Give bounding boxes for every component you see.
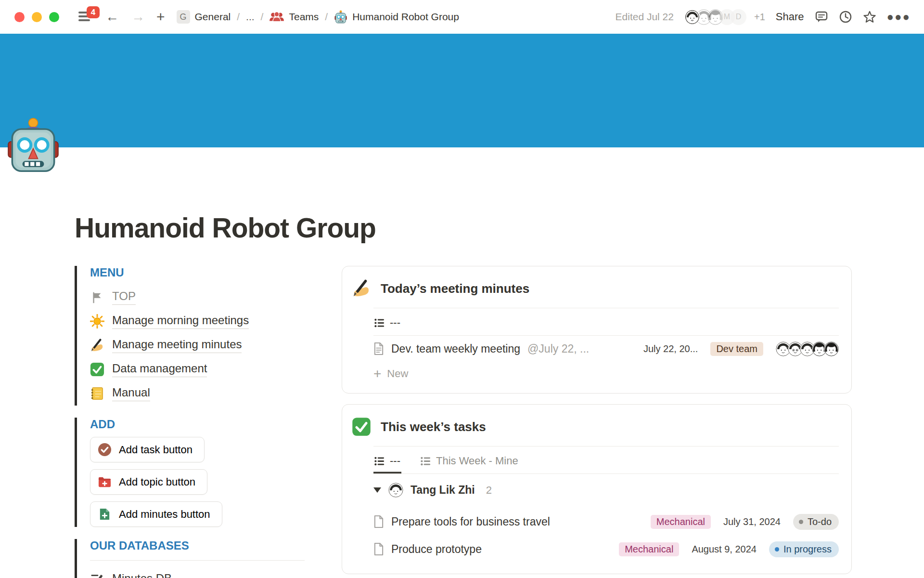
new-meeting-button[interactable]: + New [373,362,839,382]
view-tab-active[interactable]: --- [373,447,401,473]
list-view-icon [374,318,385,328]
view-tab-label: --- [390,316,400,329]
menu-link-label: Data management [112,362,207,377]
menu-link-meeting-minutes[interactable]: Manage meeting minutes [90,333,305,357]
breadcrumb-separator: / [235,11,241,23]
left-column: MENU TOP [75,266,305,578]
view-tab[interactable]: --- [373,308,401,335]
zoom-window-button[interactable] [49,12,59,22]
menu-link-morning-meetings[interactable]: Manage morning meetings [90,309,305,333]
status-dot-icon [799,520,803,524]
task-title[interactable]: Prepare tools for business travel [391,515,550,528]
breadcrumb-separator: / [323,11,329,23]
add-task-button[interactable]: Add task button [90,437,205,462]
task-title[interactable]: Produce prototype [391,543,482,556]
menu-link-label: TOP [112,289,136,305]
menu-link-label: Manual [112,386,150,401]
new-tab-button[interactable]: + [156,9,165,25]
list-view-icon [421,456,431,466]
minutes-file-icon [98,507,112,521]
databases-heading: OUR DATABASES [90,539,305,552]
menu-link-data-management[interactable]: Data management [90,357,305,381]
add-heading: ADD [90,418,305,431]
breadcrumb-workspace[interactable]: General [195,11,231,23]
breadcrumb-teams[interactable]: Teams [289,11,319,23]
group-count: 2 [486,484,492,497]
meeting-row[interactable]: Dev. team weekly meeting @July 22, ... J… [373,336,839,362]
workspace-icon[interactable]: G [177,10,190,24]
status-badge[interactable]: To-do [793,514,839,530]
view-tab-this-week-mine[interactable]: This Week - Mine [420,447,519,473]
avatar-letter[interactable]: D [731,9,746,25]
databases-section: OUR DATABASES Minutes DB [75,539,305,578]
page-content: Humanoid Robot Group MENU TOP [0,147,924,578]
robot-page-icon[interactable] [5,117,62,173]
viewer-avatars: M D [684,9,746,25]
green-check-icon [90,362,104,377]
view-tab-label: --- [390,455,400,467]
task-row[interactable]: Prepare tools for business travel Mechan… [373,508,839,536]
page-cover[interactable] [0,34,924,147]
back-button[interactable]: ← [105,10,119,24]
avatar[interactable] [824,342,839,356]
category-tag[interactable]: Mechanical [651,515,711,529]
sun-icon [90,314,104,328]
comments-icon[interactable] [815,10,828,24]
status-dot-icon [775,547,779,552]
task-row[interactable]: Produce prototype Mechanical August 9, 2… [373,536,839,563]
collapse-triangle-icon[interactable] [373,487,381,493]
group-header[interactable]: Tang Lik Zhi 2 [373,474,839,501]
view-tab-label: This Week - Mine [436,455,518,467]
ledger-icon [90,386,104,401]
updates-clock-icon[interactable] [839,10,852,24]
task-check-icon [98,443,112,457]
status-label: To-do [808,516,832,527]
favorite-star-icon[interactable] [863,10,876,24]
add-task-label: Add task button [119,444,192,456]
meeting-title[interactable]: Dev. team weekly meeting [391,342,520,355]
add-topic-button[interactable]: Add topic button [90,469,207,495]
new-label: New [387,368,408,380]
menu-link-label: Manage morning meetings [112,314,249,329]
notification-badge: 4 [87,6,100,18]
window-titlebar: 4 ← → + G General / ... / Teams / Humano… [0,0,924,34]
meeting-date-cell: July 22, 20... [643,343,698,355]
menu-section: MENU TOP [75,266,305,406]
compose-list-icon [90,572,104,578]
breadcrumb-current-page[interactable]: Humanoid Robot Group [352,11,459,23]
page-icon [373,515,384,528]
status-label: In progress [783,544,832,555]
status-badge[interactable]: In progress [769,541,839,557]
sidebar-toggle-icon[interactable]: 4 [78,11,93,23]
avatar[interactable] [684,9,700,25]
avatar-overflow-count[interactable]: +1 [754,12,765,23]
minutes-db-link[interactable]: Minutes DB [90,567,305,578]
team-tag[interactable]: Dev team [710,342,763,356]
card-title[interactable]: Today’s meeting minutes [381,278,529,296]
breadcrumb-ellipsis[interactable]: ... [246,11,255,23]
category-tag[interactable]: Mechanical [619,542,679,556]
close-window-button[interactable] [14,12,25,22]
more-options-icon[interactable]: ●●● [887,10,911,24]
page-title[interactable]: Humanoid Robot Group [75,147,852,244]
breadcrumb: G General / ... / Teams / Humanoid Robot… [177,10,459,24]
writing-hand-icon [352,279,371,298]
add-section: ADD Add task button Add topic button [75,418,305,527]
divider [90,560,305,561]
due-date-cell: July 31, 2024 [723,516,781,527]
add-minutes-label: Add minutes button [119,508,210,521]
meeting-minutes-card: Today’s meeting minutes --- [342,266,852,394]
teams-icon [270,11,284,23]
document-icon [373,342,384,355]
share-button[interactable]: Share [776,11,804,23]
minimize-window-button[interactable] [32,12,42,22]
page-icon [373,543,384,556]
plus-icon: + [373,367,381,381]
card-title[interactable]: This week’s tasks [381,416,486,434]
forward-button[interactable]: → [131,10,145,24]
menu-link-top[interactable]: TOP [90,285,305,309]
add-topic-label: Add topic button [119,476,195,488]
group-avatar [388,483,403,498]
add-minutes-button[interactable]: Add minutes button [90,501,222,527]
menu-link-manual[interactable]: Manual [90,381,305,406]
